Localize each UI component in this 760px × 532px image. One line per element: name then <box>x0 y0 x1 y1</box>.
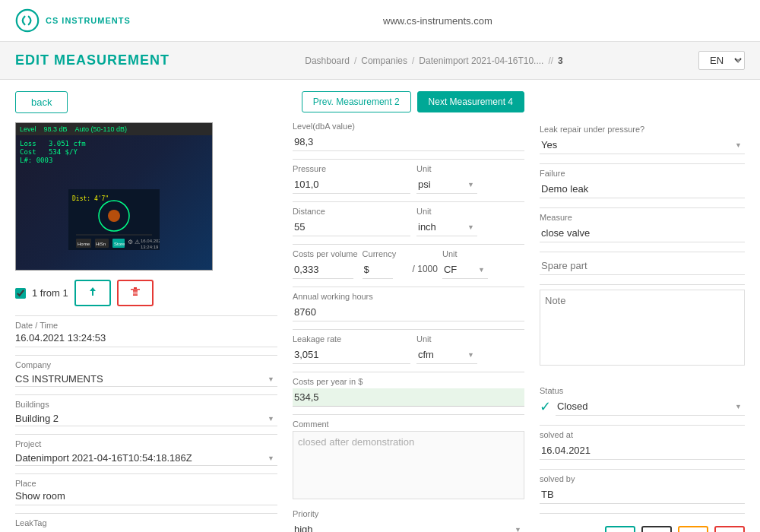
level-input[interactable] <box>293 133 524 151</box>
svg-text:Home: Home <box>78 242 90 246</box>
logo: CS INSTRUMENTS <box>15 8 131 33</box>
leaktag-field: LeakTag 3 <box>15 518 277 532</box>
delete-row-button[interactable] <box>117 280 154 306</box>
comment-field: Comment <box>293 420 524 502</box>
next-measurement-button[interactable]: Next Measurement 4 <box>417 91 524 112</box>
lang-select[interactable]: EN DE <box>698 51 745 70</box>
costs-year-input[interactable] <box>293 388 524 407</box>
project-select[interactable]: Datenimport 2021-04-16T10:54:18.186Z <box>15 451 277 466</box>
svg-point-3 <box>108 210 120 222</box>
status-field: Status ✓ ClosedOpen <box>540 386 745 416</box>
slash-1000-label: / 1000 <box>413 264 438 279</box>
right-column: Leak repair under pressure? YesNo Failur… <box>540 91 745 521</box>
header: CS INSTRUMENTS www.cs-instruments.com <box>0 0 760 42</box>
action-icons-row <box>540 526 745 532</box>
cost-unit-select[interactable]: CFm³ <box>442 261 488 279</box>
repair-field: Leak repair under pressure? YesNo <box>540 125 745 154</box>
failure-input[interactable] <box>540 180 745 198</box>
svg-text:13:24:19: 13:24:19 <box>141 245 159 249</box>
logo-text: CS INSTRUMENTS <box>46 16 131 25</box>
distance-unit-select[interactable]: inchcmm <box>416 218 477 236</box>
export-icon-button[interactable] <box>641 526 672 532</box>
delete-icon-button[interactable] <box>714 526 745 532</box>
buildings-select[interactable]: Building 2 <box>15 411 277 426</box>
distance-input[interactable] <box>293 218 410 236</box>
pressure-field: Pressure Unit psibarkPa <box>293 164 524 194</box>
lang-selector-wrapper[interactable]: EN DE <box>698 51 745 70</box>
buildings-field: Buildings Building 2 <box>15 400 277 426</box>
header-url: www.cs-instruments.com <box>131 15 745 27</box>
repair-select[interactable]: YesNo <box>540 136 745 154</box>
solved-by-field: solved by <box>540 474 745 504</box>
place-field: Place Show room <box>15 479 277 505</box>
leakage-input-group: Leakage rate <box>293 334 410 364</box>
solved-at-input[interactable] <box>540 442 745 460</box>
breadcrumb-dashboard[interactable]: Dashboard <box>305 55 350 66</box>
checkbox-row: 1 from 1 <box>15 280 277 306</box>
main-content: back Level98.3 dB Auto (50-110 dB) Loss … <box>0 80 760 532</box>
datetime-field: Date / Time 16.04.2021 13:24:53 <box>15 321 277 347</box>
costs-year-field: Costs per year in $ <box>293 377 524 407</box>
measure-input[interactable] <box>540 224 745 242</box>
checkbox-label: 1 from 1 <box>32 287 68 299</box>
note-textarea[interactable] <box>540 290 745 366</box>
solved-at-field: solved at <box>540 430 745 460</box>
annual-hours-field: Annual working hours <box>293 292 524 321</box>
company-select[interactable]: CS INSTRUMENTS <box>15 372 277 387</box>
svg-text:⚙ ⚠: ⚙ ⚠ <box>128 239 140 245</box>
company-field: Company CS INSTRUMENTS <box>15 360 277 387</box>
svg-rect-15 <box>131 289 140 290</box>
currency-input[interactable] <box>363 261 393 279</box>
svg-point-0 <box>17 10 38 31</box>
cs-logo-icon <box>15 8 40 33</box>
save-icon-button[interactable] <box>605 526 635 532</box>
leakage-input[interactable] <box>293 346 410 364</box>
svg-text:HiSn: HiSn <box>96 242 106 246</box>
breadcrumb: Dashboard / Companies / Datenimport 2021… <box>305 55 563 66</box>
distance-field: Distance Unit inchcmm <box>293 207 524 236</box>
priority-field: Priority highmediumlow <box>293 509 524 532</box>
device-display-svg: Dist: 4'7" Home HiSn Store ⚙ ⚠ 16.04.202… <box>68 189 160 250</box>
failure-field: Failure <box>540 169 745 198</box>
left-column: back Level98.3 dB Auto (50-110 dB) Loss … <box>15 91 277 521</box>
pressure-unit-select[interactable]: psibarkPa <box>416 176 477 194</box>
project-field: Project Datenimport 2021-04-16T10:54:18.… <box>15 439 277 466</box>
breadcrumb-bar: EDIT MEASUREMENT Dashboard / Companies /… <box>0 42 760 80</box>
distance-input-group: Distance <box>293 207 410 236</box>
status-select[interactable]: ClosedOpen <box>556 397 745 416</box>
spare-part-field <box>540 257 745 275</box>
mid-column: Prev. Measurement 2 Next Measurement 4 L… <box>293 91 524 521</box>
costs-field: Costs per volume Currency / 1000 Unit CF… <box>293 249 524 279</box>
costs-input[interactable] <box>293 261 353 279</box>
prev-measurement-button[interactable]: Prev. Measurement 2 <box>302 91 411 112</box>
pressure-input[interactable] <box>293 176 410 194</box>
device-image: Level98.3 dB Auto (50-110 dB) Loss 3.051… <box>15 122 213 271</box>
pressure-unit-group: Unit psibarkPa <box>416 164 477 194</box>
note-field <box>540 290 745 377</box>
breadcrumb-datenimport[interactable]: Datenimport 2021-04-16T10.... <box>419 55 543 66</box>
trash-icon <box>129 286 141 298</box>
solved-by-input[interactable] <box>540 486 745 504</box>
annual-hours-input[interactable] <box>293 303 524 321</box>
breadcrumb-current: 3 <box>558 55 563 66</box>
measure-field: Measure <box>540 213 745 242</box>
back-button[interactable]: back <box>15 91 68 113</box>
page-title: EDIT MEASUREMENT <box>15 52 169 68</box>
copy-icon-button[interactable] <box>678 526 708 532</box>
breadcrumb-companies[interactable]: Companies <box>361 55 407 66</box>
leakage-unit-select[interactable]: cfml/min <box>416 346 477 364</box>
spare-part-input[interactable] <box>540 257 745 275</box>
leakage-unit-group: Unit cfml/min <box>416 334 477 364</box>
svg-text:16.04.2021: 16.04.2021 <box>141 239 160 243</box>
upload-icon <box>87 286 99 298</box>
upload-button[interactable] <box>74 280 111 306</box>
svg-text:Store: Store <box>114 242 125 246</box>
status-check-icon: ✓ <box>540 398 551 415</box>
distance-unit-group: Unit inchcmm <box>416 207 477 236</box>
select-checkbox[interactable] <box>15 288 26 299</box>
svg-text:Dist: 4'7": Dist: 4'7" <box>72 195 109 202</box>
comment-textarea[interactable] <box>293 431 524 499</box>
priority-select[interactable]: highmediumlow <box>293 521 524 532</box>
pressure-input-group: Pressure <box>293 164 410 194</box>
leakage-field: Leakage rate Unit cfml/min <box>293 334 524 364</box>
